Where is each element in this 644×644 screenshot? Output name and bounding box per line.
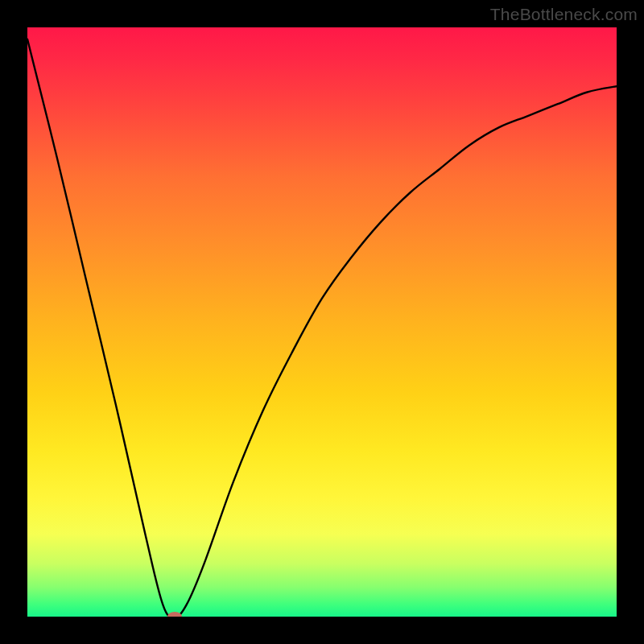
chart-frame: TheBottleneck.com [0, 0, 644, 644]
plot-area [27, 27, 617, 617]
bottleneck-curve [27, 27, 617, 617]
watermark-text: TheBottleneck.com [490, 5, 638, 24]
vertex-marker [167, 612, 182, 617]
